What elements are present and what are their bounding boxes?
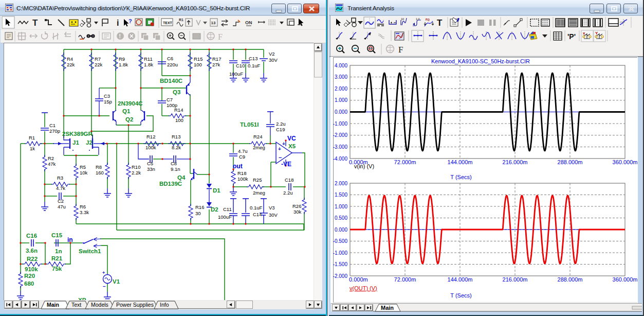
svg-text:D1: D1 — [213, 187, 220, 194]
svg-text:T (Secs): T (Secs) — [450, 174, 471, 180]
svg-text:-1.000: -1.000 — [333, 121, 347, 127]
svg-text:216.000m: 216.000m — [503, 159, 528, 165]
svg-text:v(OUT) (V): v(OUT) (V) — [349, 285, 377, 291]
svg-text:V1: V1 — [113, 278, 120, 285]
svg-text:-2.000: -2.000 — [333, 273, 347, 279]
svg-text:ON: ON — [245, 20, 252, 25]
svg-text:-2.000: -2.000 — [333, 132, 347, 138]
svg-text:J2: J2 — [86, 139, 93, 146]
svg-text:?: ? — [128, 18, 132, 24]
svg-text:XP: XP — [78, 297, 86, 300]
svg-text:C3: C3 — [104, 93, 110, 99]
svg-text:100uF: 100uF — [218, 214, 232, 220]
svg-text:1.500: 1.500 — [335, 192, 347, 198]
svg-text:R11: R11 — [144, 56, 153, 62]
svg-text:100: 100 — [175, 117, 183, 123]
svg-text:R12: R12 — [146, 134, 155, 139]
svg-text:2.2u: 2.2u — [283, 190, 293, 196]
svg-text:270p: 270p — [49, 128, 60, 134]
svg-text:C16: C16 — [26, 233, 37, 239]
svg-text:TL051I: TL051I — [240, 121, 259, 128]
svg-text:F(): F() — [426, 18, 430, 21]
svg-text:0.000m: 0.000m — [349, 276, 368, 283]
svg-text:T: T — [437, 18, 443, 28]
svg-text:-3.000: -3.000 — [333, 144, 347, 150]
svg-text:C14: C14 — [253, 212, 262, 217]
svg-text:47u: 47u — [58, 204, 66, 209]
svg-text:1.0: 1.0 — [416, 17, 420, 21]
svg-text:X5: X5 — [288, 143, 296, 149]
svg-text:R13: R13 — [172, 134, 180, 139]
svg-text:V3: V3 — [269, 205, 275, 210]
svg-text:Q1: Q1 — [122, 108, 131, 114]
svg-text:in: in — [67, 236, 73, 243]
svg-text:680: 680 — [24, 280, 34, 287]
svg-text:C9: C9 — [239, 154, 245, 160]
svg-text:x: x — [583, 31, 585, 36]
svg-text:72.000m: 72.000m — [394, 159, 416, 165]
svg-text:C11: C11 — [223, 206, 232, 212]
svg-text:Info: Info — [160, 302, 169, 308]
svg-text:Main: Main — [47, 302, 59, 308]
svg-text:1.8k: 1.8k — [119, 62, 128, 67]
svg-text:10k: 10k — [80, 170, 88, 175]
svg-text:R6: R6 — [80, 204, 86, 209]
svg-text:out: out — [233, 163, 243, 170]
svg-text:47k: 47k — [48, 161, 56, 167]
svg-text:0.000: 0.000 — [335, 109, 347, 115]
svg-text:VC: VC — [287, 135, 296, 142]
svg-text:C10: C10 — [236, 63, 245, 68]
svg-text:2N3904C: 2N3904C — [118, 100, 143, 107]
svg-text:Text: Text — [71, 302, 81, 308]
svg-text:Main: Main — [381, 305, 394, 311]
svg-text:3.000: 3.000 — [335, 74, 347, 80]
svg-text:+: + — [102, 270, 105, 275]
svg-text:−: − — [103, 284, 106, 289]
svg-text:F: F — [398, 45, 403, 55]
svg-text:0.1uF: 0.1uF — [250, 205, 262, 210]
svg-text:100uF: 100uF — [229, 71, 243, 77]
svg-text:C15: C15 — [51, 232, 63, 238]
svg-text:75k: 75k — [52, 266, 62, 272]
svg-text:R10: R10 — [132, 164, 140, 170]
svg-text:Models: Models — [91, 302, 108, 308]
svg-text:R21: R21 — [51, 255, 63, 261]
svg-text:216.000m: 216.000m — [503, 276, 528, 283]
svg-text:BD140C: BD140C — [160, 78, 182, 84]
svg-text:3.6n: 3.6n — [26, 248, 38, 254]
svg-text:30V: 30V — [269, 212, 278, 218]
svg-text:1k: 1k — [30, 146, 35, 151]
svg-text:D2: D2 — [211, 206, 218, 213]
svg-text:C6: C6 — [167, 56, 173, 61]
svg-text:0.000: 0.000 — [335, 227, 347, 233]
svg-text:i: i — [117, 19, 119, 27]
svg-text:1.8k: 1.8k — [144, 62, 153, 67]
svg-text:72.000m: 72.000m — [394, 276, 416, 283]
svg-text:22k: 22k — [95, 62, 103, 67]
svg-text:Kenwood_KA9100-SC_50Hz-burst.C: Kenwood_KA9100-SC_50Hz-burst.CIR — [431, 58, 530, 64]
svg-text:1.000: 1.000 — [335, 97, 347, 103]
svg-text:C19: C19 — [276, 127, 285, 132]
svg-text:10: 10 — [401, 17, 404, 21]
svg-text:R1: R1 — [179, 18, 183, 22]
svg-text:30V: 30V — [269, 57, 278, 63]
svg-text:C13: C13 — [249, 56, 257, 61]
svg-text:9.1n: 9.1n — [171, 166, 180, 172]
svg-text:2.000: 2.000 — [335, 86, 347, 92]
svg-text:360.000m: 360.000m — [613, 159, 637, 165]
svg-text:V2: V2 — [269, 51, 275, 57]
svg-text:R7: R7 — [95, 56, 101, 62]
svg-text:R4: R4 — [67, 56, 73, 62]
svg-text:220u: 220u — [167, 62, 178, 67]
svg-text:R26: R26 — [292, 203, 301, 209]
svg-text:Q2: Q2 — [125, 116, 133, 122]
svg-text:13: 13 — [211, 21, 216, 25]
svg-text:R9: R9 — [119, 56, 125, 62]
svg-text:v(in) (V): v(in) (V) — [354, 163, 374, 169]
svg-text:T: T — [32, 18, 38, 28]
svg-text:Q4: Q4 — [177, 174, 186, 181]
svg-text:R1: R1 — [29, 135, 35, 141]
svg-text:R24: R24 — [253, 134, 262, 139]
svg-text:0.1uF: 0.1uF — [248, 63, 260, 68]
svg-text:30: 30 — [195, 210, 201, 216]
